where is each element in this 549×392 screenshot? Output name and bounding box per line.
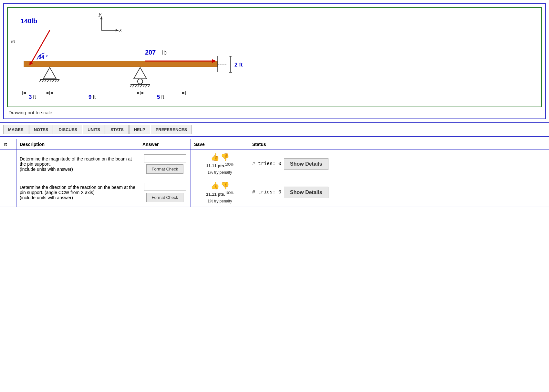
- svg-line-29: [55, 79, 57, 82]
- col-header-status: Status: [249, 139, 549, 150]
- svg-text:ft: ft: [33, 94, 36, 100]
- answer-table: rt Description Answer Save Status Determ…: [0, 139, 549, 207]
- svg-marker-52: [50, 92, 53, 94]
- top-section: x y 140lb 64 ° 207 lb 2 ft: [3, 3, 546, 119]
- pts-info-1: 11.11 pts.100%: [206, 163, 233, 168]
- svg-line-30: [57, 79, 59, 82]
- svg-line-39: [143, 85, 145, 87]
- col-header-description: Description: [16, 139, 139, 150]
- answer-cell-1: Format Check: [139, 150, 191, 178]
- part-cell-1: [0, 150, 16, 178]
- tab-preferences[interactable]: PREFERENCES: [151, 125, 192, 134]
- svg-line-36: [135, 85, 137, 87]
- svg-line-38: [140, 85, 142, 87]
- thumbs-up-icon-2[interactable]: 👍: [211, 181, 219, 190]
- tab-notes[interactable]: NOTES: [29, 125, 53, 134]
- svg-marker-21: [43, 67, 56, 79]
- table-row: Determine the magnitude of the reaction …: [0, 150, 549, 178]
- svg-text:9: 9: [88, 94, 91, 100]
- svg-marker-46: [47, 92, 50, 94]
- svg-text:ft: ft: [161, 94, 164, 100]
- svg-marker-45: [23, 92, 26, 94]
- svg-text:64 °: 64 °: [38, 54, 48, 60]
- thumbs-down-icon-2[interactable]: 👎: [221, 181, 229, 190]
- answer-cell-2: Format Check: [139, 178, 191, 207]
- svg-line-28: [52, 79, 54, 82]
- svg-rect-6: [24, 61, 218, 67]
- pts-info-2: 11.11 pts.100%: [206, 191, 233, 197]
- svg-marker-59: [140, 92, 143, 94]
- svg-text:lb: lb: [162, 49, 167, 56]
- tab-mages[interactable]: MAGES: [3, 125, 28, 134]
- description-cell-2: Determine the direction of the reaction …: [16, 178, 139, 207]
- svg-line-40: [145, 85, 147, 87]
- thumbs-1: 👍 👎: [211, 153, 229, 161]
- format-check-button-2[interactable]: Format Check: [146, 193, 184, 202]
- svg-text:y: y: [98, 11, 102, 17]
- col-header-save: Save: [191, 139, 249, 150]
- drawing-note: Drawing not to scale.: [7, 110, 542, 115]
- svg-point-32: [138, 79, 143, 84]
- answer-input-2[interactable]: [144, 183, 186, 191]
- svg-marker-60: [182, 92, 185, 94]
- svg-line-34: [130, 85, 132, 87]
- description-cell-1: Determine the magnitude of the reaction …: [16, 150, 139, 178]
- svg-text:ft: ft: [93, 94, 96, 100]
- nav-tabs: MAGES NOTES DISCUSS UNITS STATS HELP PRE…: [0, 125, 549, 134]
- tab-stats[interactable]: STATS: [106, 125, 129, 134]
- svg-text:5: 5: [157, 94, 160, 100]
- svg-text:2 ft: 2 ft: [234, 62, 243, 68]
- part-cell-2: [0, 178, 16, 207]
- svg-line-41: [148, 85, 150, 87]
- svg-line-35: [132, 85, 134, 87]
- format-check-button-1[interactable]: Format Check: [146, 164, 184, 174]
- thumbs-down-icon-1[interactable]: 👎: [221, 153, 229, 161]
- status-cell-2: # tries: 0 Show Details: [249, 178, 549, 207]
- svg-line-37: [138, 85, 140, 87]
- diagram-svg: x y 140lb 64 ° 207 lb 2 ft: [11, 11, 263, 105]
- diagram-box: x y 140lb 64 ° 207 lb 2 ft: [7, 7, 542, 107]
- save-cell-1: 👍 👎 11.11 pts.100% 1% try penalty: [191, 150, 249, 178]
- svg-text:140lb: 140lb: [21, 17, 37, 25]
- save-cell-2: 👍 👎 11.11 pts.100% 1% try penalty: [191, 178, 249, 207]
- show-details-button-2[interactable]: Show Details: [284, 187, 328, 198]
- svg-text:207: 207: [145, 49, 156, 56]
- table-row: Determine the direction of the reaction …: [0, 178, 549, 207]
- tries-text-2: # tries: 0: [252, 190, 281, 195]
- status-cell-1: # tries: 0 Show Details: [249, 150, 549, 178]
- svg-line-26: [47, 79, 49, 82]
- thumbs-up-icon-1[interactable]: 👍: [211, 153, 219, 161]
- tab-units[interactable]: UNITS: [83, 125, 105, 134]
- svg-marker-31: [134, 67, 147, 79]
- col-header-part: rt: [0, 139, 16, 150]
- svg-line-23: [39, 79, 41, 82]
- col-header-answer: Answer: [139, 139, 191, 150]
- svg-line-24: [42, 79, 44, 82]
- tab-discuss[interactable]: DISCUSS: [54, 125, 82, 134]
- answer-input-1[interactable]: [144, 154, 186, 162]
- try-penalty-2: 1% try penalty: [207, 199, 232, 203]
- svg-line-25: [45, 79, 47, 82]
- show-details-button-1[interactable]: Show Details: [284, 158, 328, 170]
- svg-marker-53: [137, 92, 140, 94]
- svg-line-27: [50, 79, 52, 82]
- svg-text:/6: /6: [11, 39, 15, 44]
- tries-text-1: # tries: 0: [252, 161, 281, 167]
- svg-text:3: 3: [29, 94, 32, 100]
- tab-help[interactable]: HELP: [129, 125, 150, 134]
- svg-text:x: x: [119, 27, 122, 33]
- thumbs-2: 👍 👎: [211, 181, 229, 190]
- svg-marker-3: [116, 29, 119, 32]
- try-penalty-1: 1% try penalty: [207, 170, 232, 175]
